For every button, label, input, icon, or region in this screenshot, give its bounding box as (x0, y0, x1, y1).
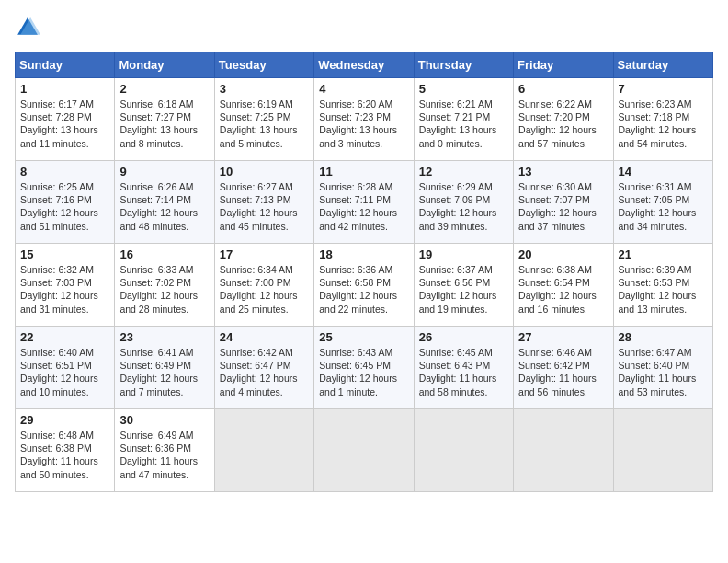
day-info: Sunrise: 6:33 AM Sunset: 7:02 PM Dayligh… (119, 263, 209, 316)
calendar-body: 1Sunrise: 6:17 AM Sunset: 7:28 PM Daylig… (16, 78, 713, 492)
calendar-header-sunday: Sunday (16, 52, 115, 78)
day-number: 8 (20, 165, 109, 178)
day-number: 5 (419, 82, 508, 96)
day-number: 28 (619, 330, 708, 344)
day-number: 6 (518, 82, 608, 96)
day-number: 27 (518, 330, 608, 344)
calendar-cell: 24Sunrise: 6:42 AM Sunset: 6:47 PM Dayli… (214, 327, 313, 409)
calendar-cell: 13Sunrise: 6:30 AM Sunset: 7:07 PM Dayli… (514, 161, 613, 244)
day-info: Sunrise: 6:45 AM Sunset: 6:43 PM Dayligh… (419, 346, 508, 398)
day-number: 24 (220, 330, 309, 344)
calendar-week-3: 15Sunrise: 6:32 AM Sunset: 7:03 PM Dayli… (16, 244, 713, 327)
day-info: Sunrise: 6:23 AM Sunset: 7:18 PM Dayligh… (619, 98, 708, 150)
day-number: 25 (319, 330, 408, 344)
calendar-cell: 17Sunrise: 6:34 AM Sunset: 7:00 PM Dayli… (214, 244, 313, 327)
day-number: 15 (20, 247, 109, 261)
calendar-header-saturday: Saturday (613, 52, 712, 78)
day-info: Sunrise: 6:18 AM Sunset: 7:27 PM Dayligh… (119, 98, 209, 150)
calendar-cell: 3Sunrise: 6:19 AM Sunset: 7:25 PM Daylig… (214, 78, 313, 161)
day-info: Sunrise: 6:29 AM Sunset: 7:09 PM Dayligh… (419, 180, 508, 233)
day-info: Sunrise: 6:46 AM Sunset: 6:42 PM Dayligh… (518, 346, 608, 398)
day-info: Sunrise: 6:27 AM Sunset: 7:13 PM Dayligh… (220, 180, 309, 233)
day-number: 11 (319, 165, 408, 178)
day-info: Sunrise: 6:47 AM Sunset: 6:40 PM Dayligh… (619, 346, 708, 398)
calendar-cell: 12Sunrise: 6:29 AM Sunset: 7:09 PM Dayli… (414, 161, 513, 244)
calendar-week-5: 29Sunrise: 6:48 AM Sunset: 6:38 PM Dayli… (16, 409, 713, 492)
day-number: 3 (220, 82, 309, 96)
calendar-cell (314, 409, 414, 492)
day-number: 17 (220, 247, 309, 261)
calendar-cell: 18Sunrise: 6:36 AM Sunset: 6:58 PM Dayli… (314, 244, 414, 327)
day-info: Sunrise: 6:36 AM Sunset: 6:58 PM Dayligh… (319, 263, 408, 316)
day-number: 14 (619, 165, 708, 178)
day-number: 16 (119, 247, 209, 261)
day-info: Sunrise: 6:32 AM Sunset: 7:03 PM Dayligh… (20, 263, 109, 316)
calendar-header-tuesday: Tuesday (214, 52, 313, 78)
calendar-cell: 11Sunrise: 6:28 AM Sunset: 7:11 PM Dayli… (314, 161, 414, 244)
day-info: Sunrise: 6:41 AM Sunset: 6:49 PM Dayligh… (119, 346, 209, 398)
day-number: 12 (419, 165, 508, 178)
calendar-cell: 27Sunrise: 6:46 AM Sunset: 6:42 PM Dayli… (514, 327, 613, 409)
day-info: Sunrise: 6:48 AM Sunset: 6:38 PM Dayligh… (20, 429, 109, 481)
day-info: Sunrise: 6:28 AM Sunset: 7:11 PM Dayligh… (319, 180, 408, 233)
day-info: Sunrise: 6:17 AM Sunset: 7:28 PM Dayligh… (20, 98, 109, 150)
calendar-cell: 5Sunrise: 6:21 AM Sunset: 7:21 PM Daylig… (414, 78, 513, 161)
day-info: Sunrise: 6:25 AM Sunset: 7:16 PM Dayligh… (20, 180, 109, 233)
day-number: 26 (419, 330, 508, 344)
day-info: Sunrise: 6:40 AM Sunset: 6:51 PM Dayligh… (20, 346, 109, 398)
day-info: Sunrise: 6:21 AM Sunset: 7:21 PM Dayligh… (419, 98, 508, 150)
day-info: Sunrise: 6:20 AM Sunset: 7:23 PM Dayligh… (319, 98, 408, 150)
calendar-cell: 28Sunrise: 6:47 AM Sunset: 6:40 PM Dayli… (613, 327, 712, 409)
calendar-header-row: SundayMondayTuesdayWednesdayThursdayFrid… (16, 52, 713, 78)
day-number: 9 (119, 165, 209, 178)
day-number: 2 (119, 82, 209, 96)
day-number: 19 (419, 247, 508, 261)
day-number: 7 (619, 82, 708, 96)
calendar-cell: 9Sunrise: 6:26 AM Sunset: 7:14 PM Daylig… (115, 161, 214, 244)
day-number: 10 (220, 165, 309, 178)
calendar-cell: 15Sunrise: 6:32 AM Sunset: 7:03 PM Dayli… (16, 244, 115, 327)
calendar-cell: 7Sunrise: 6:23 AM Sunset: 7:18 PM Daylig… (613, 78, 712, 161)
calendar-cell: 10Sunrise: 6:27 AM Sunset: 7:13 PM Dayli… (214, 161, 313, 244)
calendar-cell: 4Sunrise: 6:20 AM Sunset: 7:23 PM Daylig… (314, 78, 414, 161)
calendar-cell: 21Sunrise: 6:39 AM Sunset: 6:53 PM Dayli… (613, 244, 712, 327)
day-info: Sunrise: 6:22 AM Sunset: 7:20 PM Dayligh… (518, 98, 608, 150)
calendar-week-1: 1Sunrise: 6:17 AM Sunset: 7:28 PM Daylig… (16, 78, 713, 161)
calendar-cell: 2Sunrise: 6:18 AM Sunset: 7:27 PM Daylig… (115, 78, 214, 161)
day-info: Sunrise: 6:31 AM Sunset: 7:05 PM Dayligh… (619, 180, 708, 233)
day-number: 20 (518, 247, 608, 261)
calendar-cell: 23Sunrise: 6:41 AM Sunset: 6:49 PM Dayli… (115, 327, 214, 409)
calendar-cell (414, 409, 513, 492)
day-info: Sunrise: 6:49 AM Sunset: 6:36 PM Dayligh… (119, 429, 209, 481)
day-info: Sunrise: 6:26 AM Sunset: 7:14 PM Dayligh… (119, 180, 209, 233)
calendar-cell: 14Sunrise: 6:31 AM Sunset: 7:05 PM Dayli… (613, 161, 712, 244)
day-info: Sunrise: 6:30 AM Sunset: 7:07 PM Dayligh… (518, 180, 608, 233)
calendar-cell: 25Sunrise: 6:43 AM Sunset: 6:45 PM Dayli… (314, 327, 414, 409)
logo-icon (15, 15, 40, 40)
calendar-cell: 6Sunrise: 6:22 AM Sunset: 7:20 PM Daylig… (514, 78, 613, 161)
day-number: 18 (319, 247, 408, 261)
calendar-cell (613, 409, 712, 492)
calendar-week-2: 8Sunrise: 6:25 AM Sunset: 7:16 PM Daylig… (16, 161, 713, 244)
calendar-cell: 16Sunrise: 6:33 AM Sunset: 7:02 PM Dayli… (115, 244, 214, 327)
calendar-cell: 8Sunrise: 6:25 AM Sunset: 7:16 PM Daylig… (16, 161, 115, 244)
calendar-header-thursday: Thursday (414, 52, 513, 78)
calendar-cell: 20Sunrise: 6:38 AM Sunset: 6:54 PM Dayli… (514, 244, 613, 327)
day-number: 22 (20, 330, 109, 344)
calendar-cell (214, 409, 313, 492)
calendar-table: SundayMondayTuesdayWednesdayThursdayFrid… (15, 52, 713, 492)
calendar-cell: 22Sunrise: 6:40 AM Sunset: 6:51 PM Dayli… (16, 327, 115, 409)
day-info: Sunrise: 6:38 AM Sunset: 6:54 PM Dayligh… (518, 263, 608, 316)
page-header (15, 15, 713, 40)
day-number: 1 (20, 82, 109, 96)
calendar-header-monday: Monday (115, 52, 214, 78)
calendar-cell: 29Sunrise: 6:48 AM Sunset: 6:38 PM Dayli… (16, 409, 115, 492)
day-number: 21 (619, 247, 708, 261)
calendar-cell: 30Sunrise: 6:49 AM Sunset: 6:36 PM Dayli… (115, 409, 214, 492)
day-info: Sunrise: 6:43 AM Sunset: 6:45 PM Dayligh… (319, 346, 408, 398)
calendar-header-wednesday: Wednesday (314, 52, 414, 78)
day-number: 4 (319, 82, 408, 96)
day-number: 29 (20, 413, 109, 427)
calendar-week-4: 22Sunrise: 6:40 AM Sunset: 6:51 PM Dayli… (16, 327, 713, 409)
calendar-cell: 26Sunrise: 6:45 AM Sunset: 6:43 PM Dayli… (414, 327, 513, 409)
